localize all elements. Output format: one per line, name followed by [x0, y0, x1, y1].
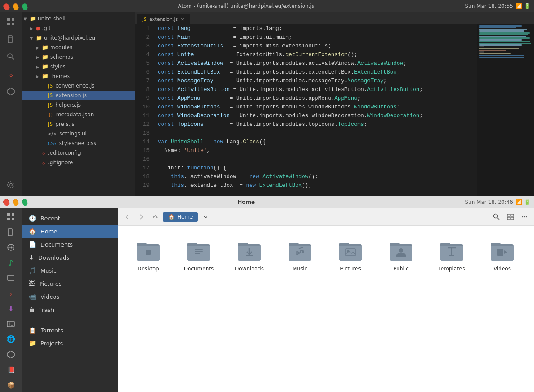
fm-forward-button[interactable]	[135, 211, 147, 223]
atom-close-button[interactable]	[3, 3, 9, 9]
tree-item-stylesheet[interactable]: ▶ CSS stylesheet.css	[22, 139, 135, 148]
svg-rect-5	[7, 23, 10, 25]
folder-templates[interactable]: Templates	[430, 234, 473, 275]
tree-item-helpers[interactable]: ▶ JS helpers.js	[22, 100, 135, 110]
folder-music-label: Music	[293, 266, 307, 272]
svg-rect-50	[497, 249, 503, 256]
tree-item-settings[interactable]: ▶ </> settings.ui	[22, 129, 135, 139]
svg-point-14	[4, 201, 10, 206]
sidebar-item-trash[interactable]: 🗑 Trash	[22, 303, 118, 316]
fm-browser-icon[interactable]	[3, 240, 19, 254]
svg-point-35	[524, 216, 525, 217]
fm-maximize-button[interactable]	[22, 199, 27, 205]
atom-git-icon[interactable]: ⬦	[3, 66, 19, 82]
fm-toolbar: 🏠 Home	[118, 208, 534, 226]
atom-tab-extension[interactable]: JS extension.js ✕	[137, 14, 190, 24]
fm-files2-icon[interactable]	[3, 271, 19, 285]
fm-files-icon[interactable]	[3, 225, 19, 239]
svg-marker-11	[7, 88, 14, 95]
sidebar-item-torrents[interactable]: 📋 Torrents	[22, 324, 118, 337]
folder-videos[interactable]: Videos	[480, 234, 524, 275]
tree-item-modules[interactable]: ▶ 📁 modules	[22, 43, 135, 52]
tree-item-convenience[interactable]: ▶ JS convenience.js	[22, 81, 135, 91]
fm-breadcrumb-expand[interactable]	[200, 211, 212, 223]
network-icon: 📶	[516, 3, 522, 9]
folder-desktop[interactable]: Desktop	[126, 234, 170, 275]
atom-apps-icon[interactable]	[3, 14, 19, 30]
svg-rect-25	[7, 321, 14, 327]
fm-back-button[interactable]	[121, 211, 133, 223]
sidebar-item-music[interactable]: 🎵 Music	[22, 264, 118, 277]
fm-menu-button[interactable]	[518, 211, 531, 223]
projects-icon: 📁	[29, 340, 36, 347]
sidebar-item-downloads[interactable]: ⬇ Downloads	[22, 251, 118, 264]
fm-globe-icon[interactable]: 🌐	[3, 332, 19, 346]
tree-item-git[interactable]: ▶ ● .git	[22, 24, 135, 33]
folder-videos-icon	[489, 238, 515, 264]
atom-search-icon[interactable]	[3, 49, 19, 64]
atom-titlebar: Atom - (unite-shell) unite@hardpixel.eu/…	[0, 0, 534, 12]
tree-item-prefs[interactable]: ▶ JS prefs.js	[22, 119, 135, 129]
folder-public[interactable]: Public	[379, 234, 423, 275]
svg-point-28	[494, 214, 498, 218]
tree-root[interactable]: ▼ 📁 unite-shell	[22, 14, 135, 24]
videos-icon: 📹	[29, 293, 36, 300]
tree-item-gitignore[interactable]: ▶ ⬦ .gitignore	[22, 158, 135, 167]
sidebar-home-label: Home	[41, 228, 57, 235]
folder-pictures[interactable]: Pictures	[329, 234, 372, 275]
code-area[interactable]: 12345 678910 1112131415 16171819 const L…	[135, 24, 477, 196]
tree-item-unite[interactable]: ▼ 📁 unite@hardpixel.eu	[22, 33, 135, 43]
folder-downloads[interactable]: Downloads	[228, 234, 271, 275]
tree-item-schemas[interactable]: ▶ 📁 schemas	[22, 52, 135, 62]
fm-music-icon[interactable]: ♪	[3, 256, 19, 270]
atom-packages-icon[interactable]	[3, 84, 19, 99]
tree-item-metadata[interactable]: ▶ {} metadata.json	[22, 110, 135, 119]
fm-close-button[interactable]	[3, 199, 9, 205]
sidebar-item-videos[interactable]: 📹 Videos	[22, 290, 118, 303]
sidebar-item-documents[interactable]: 📄 Documents	[22, 238, 118, 251]
tree-git-label: .git	[42, 25, 50, 31]
fm-install-icon[interactable]: ⬇	[3, 302, 19, 315]
folder-documents[interactable]: Documents	[177, 234, 221, 275]
pictures-icon: 🖼	[29, 280, 35, 287]
atom-minimize-button[interactable]	[13, 3, 18, 9]
atom-files-icon[interactable]	[3, 31, 19, 47]
documents-icon: 📄	[29, 241, 36, 248]
fm-apps-icon[interactable]	[3, 210, 19, 223]
sidebar-item-pictures[interactable]: 🖼 Pictures	[22, 277, 118, 290]
tree-root-label: unite-shell	[38, 16, 65, 22]
atom-maximize-button[interactable]	[22, 3, 27, 9]
atom-settings-icon[interactable]	[3, 177, 19, 193]
fm-breadcrumb[interactable]: 🏠 Home	[163, 212, 198, 222]
fm-search-button[interactable]	[490, 211, 503, 223]
sidebar-music-label: Music	[41, 267, 57, 274]
tree-item-styles[interactable]: ▶ 📁 styles	[22, 62, 135, 71]
sidebar-item-projects[interactable]: 📁 Projects	[22, 337, 118, 350]
code-content[interactable]: const Lang = imports.lang; const Main = …	[153, 24, 477, 196]
sidebar-item-home[interactable]: 🏠 Home	[22, 225, 118, 238]
svg-rect-24	[8, 275, 14, 280]
fm-term-icon[interactable]	[3, 317, 19, 331]
svg-rect-39	[195, 251, 203, 252]
svg-rect-6	[12, 23, 14, 25]
folder-music[interactable]: Music	[278, 234, 322, 275]
svg-rect-7	[8, 36, 12, 43]
sidebar-recent-label: Recent	[41, 215, 60, 222]
fm-minimize-button[interactable]	[13, 199, 18, 205]
sidebar-item-recent[interactable]: 🕐 Recent	[22, 212, 118, 225]
fm-pkg-icon[interactable]	[3, 348, 19, 362]
svg-rect-30	[507, 214, 510, 216]
fm-pdf-icon[interactable]: 📕	[3, 363, 19, 377]
fm-install2-icon[interactable]: 📦	[3, 378, 19, 392]
tree-item-extension[interactable]: ▶ JS extension.js	[22, 91, 135, 100]
tree-item-editorconfig[interactable]: ▶ ⬦ .editorconfig	[22, 148, 135, 158]
fm-git-icon[interactable]: ⬦	[3, 287, 19, 300]
fm-body: ♪ ⬦ ⬇ 🌐 📕 📦 🕐 Recent 🏠 Home	[0, 208, 534, 392]
fm-view-button[interactable]	[504, 211, 517, 223]
fm-up-button[interactable]	[149, 211, 161, 223]
tab-close-icon[interactable]: ✕	[180, 17, 184, 22]
svg-line-10	[12, 57, 14, 60]
tree-item-themes[interactable]: ▶ 📁 themes	[22, 71, 135, 81]
svg-point-34	[522, 216, 523, 217]
home-icon: 🏠	[29, 228, 36, 235]
